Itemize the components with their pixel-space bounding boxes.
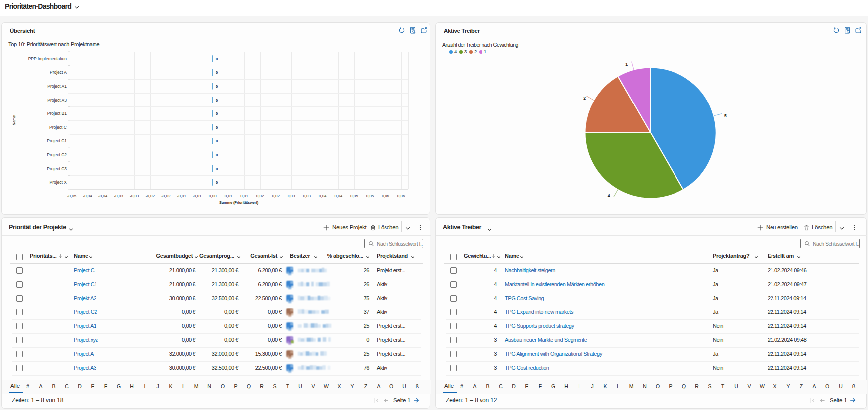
svg-text:0: 0 [216,139,218,143]
svg-text:2: 2 [583,96,586,101]
svg-text:-0,01: -0,01 [177,194,187,198]
svg-text:-0,02: -0,02 [146,194,155,198]
svg-text:-0,04: -0,04 [98,194,108,198]
svg-text:0,06: 0,06 [382,194,389,198]
svg-text:-0,04: -0,04 [83,194,92,198]
svg-text:Project A3: Project A3 [47,98,67,102]
svg-text:Summe (Prioritätswert): Summe (Prioritätswert) [219,200,259,205]
svg-text:-0,03: -0,03 [114,194,124,198]
svg-text:0,03: 0,03 [303,194,311,198]
svg-text:5: 5 [724,113,727,118]
svg-text:0,02: 0,02 [272,194,280,198]
svg-text:0: 0 [216,70,218,75]
svg-text:Project B1: Project B1 [47,111,67,116]
svg-text:0: 0 [216,111,218,116]
svg-text:PPP Implementation: PPP Implementation [28,56,67,61]
svg-text:Project C: Project C [49,125,67,130]
svg-text:Project C1: Project C1 [47,138,67,143]
svg-text:0: 0 [216,180,218,185]
svg-text:0,05: 0,05 [350,194,358,198]
svg-text:0,05: 0,05 [366,194,374,198]
svg-text:1: 1 [625,62,628,67]
svg-text:0: 0 [216,84,218,89]
svg-text:0,01: 0,01 [240,194,248,198]
svg-text:0,03: 0,03 [288,194,295,198]
svg-text:Project A: Project A [50,70,67,75]
svg-text:0: 0 [216,98,218,102]
svg-text:0,01: 0,01 [225,194,233,198]
svg-text:4: 4 [608,193,610,198]
svg-text:-0,05: -0,05 [67,194,77,198]
svg-text:0,04: 0,04 [319,194,327,198]
svg-text:-0,03: -0,03 [130,194,139,198]
svg-text:Project C2: Project C2 [47,152,67,157]
svg-text:0,04: 0,04 [335,194,343,198]
svg-text:0: 0 [216,57,218,61]
svg-text:Name: Name [12,115,16,125]
svg-text:0,00: 0,00 [209,194,217,198]
svg-text:-0,01: -0,01 [193,194,202,198]
svg-text:Project X: Project X [50,180,67,185]
svg-text:0: 0 [216,153,218,157]
svg-text:Project C3: Project C3 [47,166,67,171]
svg-text:-0,02: -0,02 [161,194,171,198]
svg-text:0: 0 [216,167,218,171]
svg-text:0,02: 0,02 [256,194,264,198]
svg-text:0,06: 0,06 [397,194,405,198]
svg-text:Project A1: Project A1 [47,84,67,89]
svg-text:0: 0 [216,125,218,130]
